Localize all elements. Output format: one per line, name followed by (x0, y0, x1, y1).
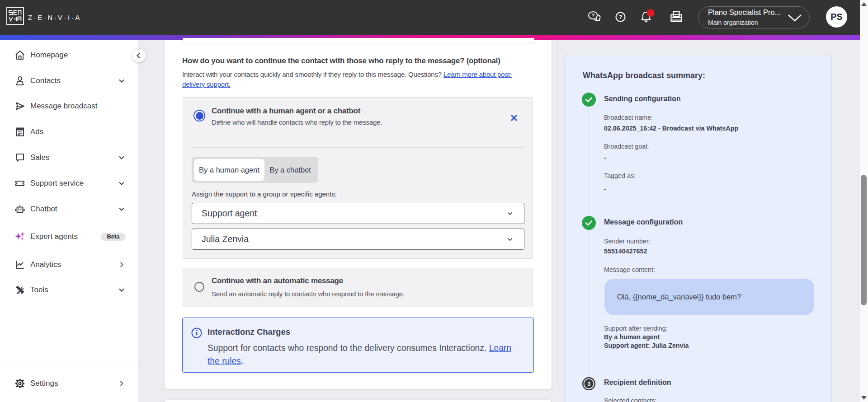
svg-text:?: ? (592, 13, 594, 18)
svg-text:?: ? (619, 14, 623, 20)
